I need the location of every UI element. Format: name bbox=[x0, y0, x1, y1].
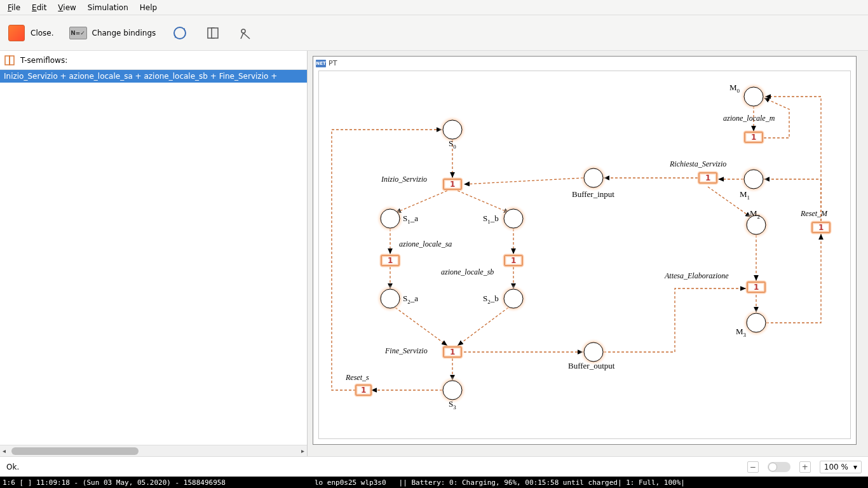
place-Buffer-input: Buffer_input bbox=[572, 164, 614, 199]
tool-layers[interactable] bbox=[204, 24, 222, 42]
svg-point-3 bbox=[241, 29, 245, 33]
menu-bar: File Edit View Simulation Help bbox=[0, 0, 868, 15]
transition-asa: 1azione_locale_sa bbox=[381, 240, 452, 266]
svg-text:1: 1 bbox=[511, 256, 516, 265]
transition-inizio: 1Inizio_Servizio bbox=[381, 175, 461, 189]
zoom-value: 100 % bbox=[824, 463, 848, 471]
menu-help[interactable]: Help bbox=[135, 2, 162, 13]
svg-point-39 bbox=[747, 215, 766, 234]
place-S0: S0 bbox=[438, 116, 466, 150]
net-canvas[interactable]: S0 S1_a S1_b S2_a S2_b S3 Buffer_input B… bbox=[318, 71, 851, 439]
tool-ruler[interactable] bbox=[237, 24, 255, 42]
svg-text:S2_b: S2_b bbox=[483, 294, 499, 305]
bindings-icon: N=✓ bbox=[69, 27, 87, 39]
layers-icon bbox=[204, 24, 222, 42]
svg-rect-6 bbox=[5, 56, 10, 65]
petri-net-svg: S0 S1_a S1_b S2_a S2_b S3 Buffer_input B… bbox=[319, 71, 840, 427]
scroll-left-icon[interactable]: ◂ bbox=[3, 447, 6, 454]
scroll-thumb[interactable] bbox=[11, 447, 139, 455]
svg-point-36 bbox=[744, 170, 763, 189]
svg-text:S2_a: S2_a bbox=[403, 294, 418, 305]
svg-text:M0: M0 bbox=[729, 83, 740, 94]
svg-text:azione_locale_sb: azione_locale_sb bbox=[441, 268, 494, 276]
bindings-label: Change bindings bbox=[92, 29, 156, 37]
net-title: PT bbox=[329, 59, 337, 67]
svg-text:Inizio_Servizio: Inizio_Servizio bbox=[381, 175, 427, 184]
svg-line-4 bbox=[241, 33, 243, 39]
transition-fine: 1Fine_Servizio bbox=[384, 346, 461, 357]
refresh-icon bbox=[171, 24, 189, 42]
svg-point-30 bbox=[584, 342, 603, 362]
close-label: Close. bbox=[31, 29, 54, 37]
svg-text:Buffer_input: Buffer_input bbox=[572, 189, 614, 199]
place-Buffer-output: Buffer_output bbox=[568, 338, 615, 370]
svg-text:Reset_s: Reset_s bbox=[345, 373, 369, 382]
tool-refresh[interactable] bbox=[171, 24, 189, 42]
svg-text:1: 1 bbox=[388, 256, 393, 265]
place-S3: S3 bbox=[438, 376, 466, 410]
svg-text:Buffer_output: Buffer_output bbox=[568, 361, 615, 370]
svg-text:1: 1 bbox=[450, 180, 455, 189]
svg-text:Reset_M: Reset_M bbox=[800, 209, 828, 218]
left-panel: T-semiflows: Inizio_Servizio + azione_lo… bbox=[0, 51, 308, 456]
horizontal-scrollbar[interactable]: ◂ ▸ bbox=[0, 445, 307, 456]
svg-point-21 bbox=[504, 289, 523, 308]
close-icon bbox=[8, 25, 25, 41]
svg-text:1: 1 bbox=[751, 133, 756, 142]
place-M2: M2 bbox=[742, 208, 770, 239]
canvas-title-bar: NET PT bbox=[316, 59, 337, 67]
change-bindings-button[interactable]: N=✓ Change bindings bbox=[69, 24, 156, 42]
transition-asb: 1azione_locale_sb bbox=[441, 255, 522, 276]
system-bar: 1:6 [ ] 11:09:18 - (Sun 03 May, 05.2020)… bbox=[0, 477, 868, 488]
svg-point-27 bbox=[584, 168, 603, 187]
semiflow-icon bbox=[4, 54, 17, 67]
svg-text:1: 1 bbox=[450, 348, 455, 356]
menu-view[interactable]: View bbox=[53, 2, 81, 13]
svg-text:1: 1 bbox=[361, 386, 366, 395]
svg-point-9 bbox=[443, 120, 462, 139]
svg-line-5 bbox=[243, 33, 250, 39]
close-button[interactable]: Close. bbox=[8, 24, 54, 42]
system-right: || Battery: 0: Charging, 96%, 00:15:58 u… bbox=[399, 478, 685, 487]
transition-resets: 1Reset_s bbox=[345, 373, 371, 395]
chevron-down-icon: ▾ bbox=[853, 463, 857, 471]
place-M0: M0 bbox=[729, 83, 768, 111]
menu-file[interactable]: File bbox=[3, 2, 25, 13]
right-panel: NET PT bbox=[308, 51, 868, 456]
menu-simulation[interactable]: Simulation bbox=[83, 2, 133, 13]
svg-text:Attesa_Elaborazione: Attesa_Elaborazione bbox=[664, 271, 729, 280]
semiflow-item-selected[interactable]: Inizio_Servizio + azione_locale_sa + azi… bbox=[0, 70, 307, 83]
status-text: Ok. bbox=[6, 463, 19, 471]
svg-text:Richiesta_Servizio: Richiesta_Servizio bbox=[669, 159, 726, 168]
left-panel-header: T-semiflows: bbox=[0, 51, 307, 70]
scroll-right-icon[interactable]: ▸ bbox=[301, 447, 304, 454]
transition-resetm: 1Reset_M bbox=[800, 209, 830, 233]
svg-text:S1_a: S1_a bbox=[403, 214, 418, 225]
zoom-out-button[interactable]: − bbox=[747, 461, 759, 473]
svg-point-18 bbox=[381, 289, 400, 308]
zoom-in-button[interactable]: + bbox=[799, 461, 811, 473]
svg-text:S1_b: S1_b bbox=[483, 214, 499, 225]
svg-point-42 bbox=[747, 313, 766, 332]
place-S1b: S1_b bbox=[483, 205, 527, 233]
place-M3: M3 bbox=[736, 309, 770, 338]
compass-icon bbox=[237, 24, 255, 42]
view-toggle[interactable] bbox=[768, 462, 790, 472]
svg-point-24 bbox=[443, 381, 462, 400]
main-area: T-semiflows: Inizio_Servizio + azione_lo… bbox=[0, 51, 868, 456]
svg-point-33 bbox=[744, 87, 763, 106]
svg-point-12 bbox=[381, 209, 400, 228]
semiflow-list[interactable]: Inizio_Servizio + azione_locale_sa + azi… bbox=[0, 70, 307, 445]
svg-text:1: 1 bbox=[705, 173, 710, 182]
svg-text:azione_locale_m: azione_locale_m bbox=[723, 114, 775, 123]
place-M1: M1 bbox=[740, 165, 768, 201]
canvas-frame: NET PT bbox=[313, 56, 857, 445]
net-badge-icon: NET bbox=[316, 60, 326, 67]
svg-text:Fine_Servizio: Fine_Servizio bbox=[384, 346, 428, 355]
transition-am: 1azione_locale_m bbox=[723, 114, 775, 142]
menu-edit[interactable]: Edit bbox=[27, 2, 51, 13]
toolbar: Close. N=✓ Change bindings bbox=[0, 15, 868, 51]
svg-text:1: 1 bbox=[754, 283, 759, 292]
zoom-select[interactable]: 100 % ▾ bbox=[820, 461, 862, 473]
status-bar: Ok. − + 100 % ▾ bbox=[0, 456, 868, 477]
